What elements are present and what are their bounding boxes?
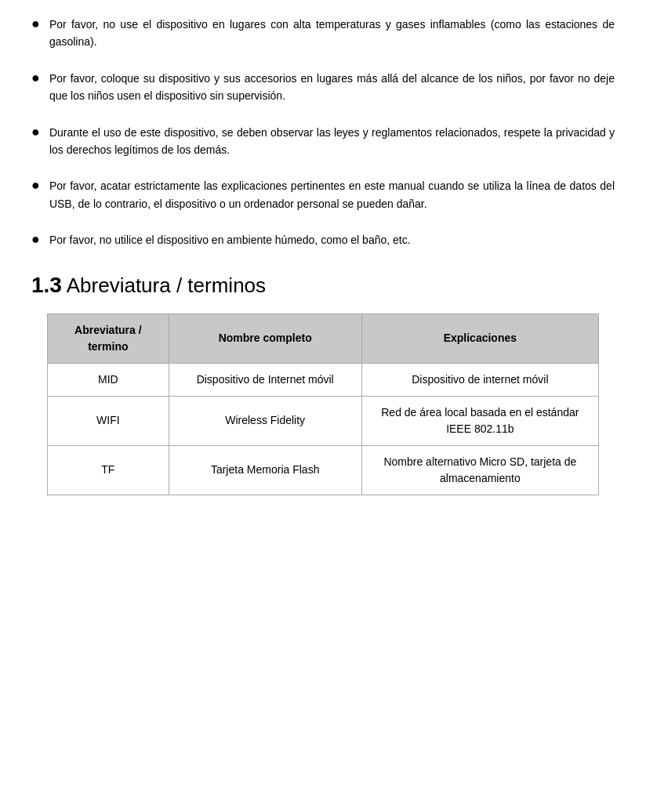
col-header-explain: Explicaciones bbox=[361, 314, 598, 363]
bullet-item-2: ● Por favor, coloque su dispositivo y su… bbox=[31, 70, 615, 105]
abbrev-mid: MID bbox=[48, 363, 169, 396]
section-title: Abreviatura / terminos bbox=[67, 274, 266, 297]
bullet-dot-3: ● bbox=[31, 124, 40, 140]
bullet-text-1: Por favor, no use el dispositivo en luga… bbox=[49, 16, 615, 51]
bullet-item-1: ● Por favor, no use el dispositivo en lu… bbox=[31, 16, 615, 51]
abbrev-tf: TF bbox=[48, 445, 169, 495]
bullet-item-5: ● Por favor, no utilice el dispositivo e… bbox=[31, 231, 615, 248]
bullet-item-3: ● Durante el uso de este dispositivo, se… bbox=[31, 124, 615, 159]
abbrev-wifi: WIFI bbox=[48, 396, 169, 445]
section-heading: 1.3 Abreviatura / terminos bbox=[31, 273, 615, 298]
bullet-dot-1: ● bbox=[31, 16, 40, 32]
name-wifi: Wireless Fidelity bbox=[169, 396, 361, 445]
abbreviations-table: Abreviatura / termino Nombre completo Ex… bbox=[47, 314, 599, 495]
abbreviations-table-container: Abreviatura / termino Nombre completo Ex… bbox=[47, 314, 599, 495]
bullet-dot-5: ● bbox=[31, 231, 40, 248]
bullet-dot-4: ● bbox=[31, 177, 40, 194]
name-tf: Tarjeta Memoria Flash bbox=[169, 445, 361, 495]
explain-tf: Nombre alternativo Micro SD, tarjeta de … bbox=[361, 445, 598, 495]
table-row-wifi: WIFI Wireless Fidelity Red de área local… bbox=[48, 396, 599, 445]
table-row-tf: TF Tarjeta Memoria Flash Nombre alternat… bbox=[48, 445, 599, 495]
bullet-item-4: ● Por favor, acatar estrictamente las ex… bbox=[31, 177, 615, 212]
bullet-dot-2: ● bbox=[31, 70, 40, 86]
explain-wifi: Red de área local basada en el estándar … bbox=[361, 396, 598, 445]
bullet-text-2: Por favor, coloque su dispositivo y sus … bbox=[49, 70, 615, 105]
bullet-text-4: Por favor, acatar estrictamente las expl… bbox=[49, 177, 615, 212]
bullet-text-3: Durante el uso de este dispositivo, se d… bbox=[49, 124, 615, 159]
table-row-mid: MID Dispositivo de Internet móvil Dispos… bbox=[48, 363, 599, 396]
table-header-row: Abreviatura / termino Nombre completo Ex… bbox=[48, 314, 599, 363]
explain-mid: Dispositivo de internet móvil bbox=[361, 363, 598, 396]
section-number: 1.3 bbox=[31, 273, 62, 297]
bullet-text-5: Por favor, no utilice el dispositivo en … bbox=[49, 231, 411, 248]
name-mid: Dispositivo de Internet móvil bbox=[169, 363, 361, 396]
col-header-abbrev: Abreviatura / termino bbox=[48, 314, 169, 363]
col-header-name: Nombre completo bbox=[169, 314, 361, 363]
